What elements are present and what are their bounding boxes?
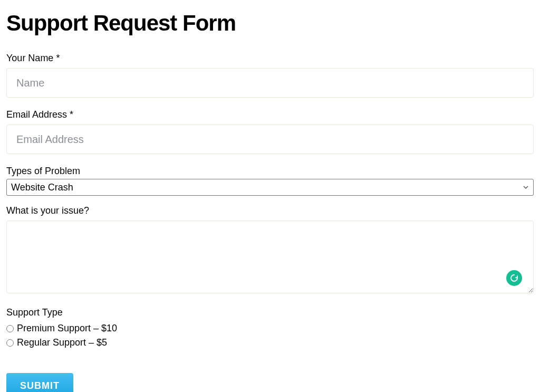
- email-input[interactable]: [6, 125, 534, 154]
- name-input[interactable]: [6, 68, 534, 98]
- problem-type-label: Types of Problem: [6, 166, 534, 177]
- support-type-radio-regular[interactable]: [6, 339, 14, 347]
- support-type-option-label: Premium Support – $10: [17, 321, 117, 336]
- support-type-field-group: Support Type Premium Support – $10 Regul…: [6, 307, 534, 350]
- name-label: Your Name *: [6, 53, 534, 64]
- support-type-option-label: Regular Support – $5: [17, 336, 107, 350]
- support-type-label: Support Type: [6, 307, 534, 318]
- issue-field-group: What is your issue?: [6, 205, 534, 295]
- email-field-group: Email Address *: [6, 109, 534, 154]
- grammarly-icon: [506, 270, 522, 286]
- issue-label: What is your issue?: [6, 205, 534, 216]
- submit-button[interactable]: SUBMIT: [6, 373, 73, 392]
- support-type-option-premium[interactable]: Premium Support – $10: [6, 321, 534, 336]
- problem-type-select[interactable]: Website Crash: [6, 179, 534, 196]
- page-title: Support Request Form: [6, 11, 534, 36]
- support-type-radio-premium[interactable]: [6, 325, 14, 332]
- name-field-group: Your Name *: [6, 53, 534, 98]
- problem-type-field-group: Types of Problem Website Crash: [6, 166, 534, 196]
- issue-textarea[interactable]: [6, 221, 534, 293]
- email-label: Email Address *: [6, 109, 534, 120]
- support-type-option-regular[interactable]: Regular Support – $5: [6, 336, 534, 350]
